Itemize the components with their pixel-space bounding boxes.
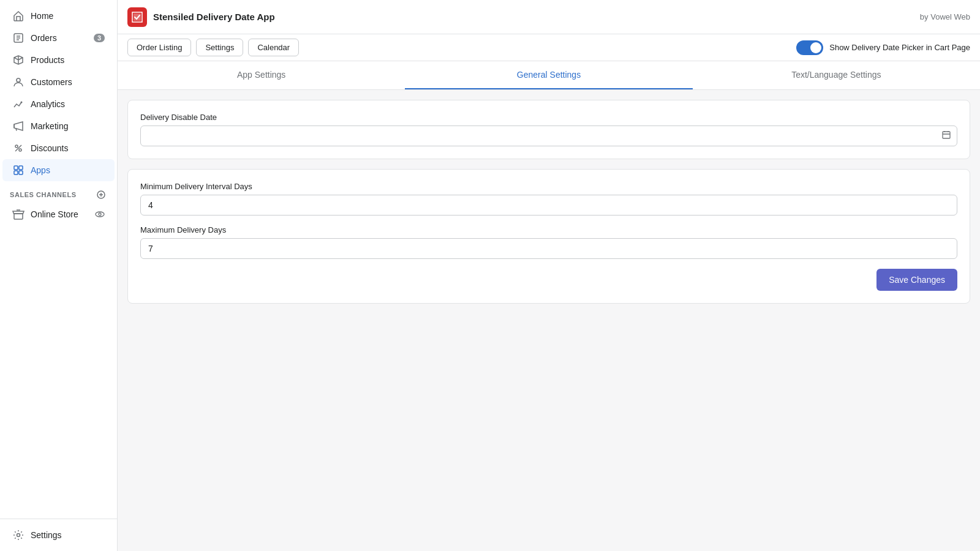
svg-rect-6 xyxy=(19,166,23,170)
sidebar-item-products[interactable]: Products xyxy=(2,49,115,71)
min-interval-label: Minimum Delivery Interval Days xyxy=(140,182,957,191)
sidebar-item-settings-label: Settings xyxy=(31,530,62,540)
max-days-section: Maximum Delivery Days xyxy=(140,225,957,259)
delivery-disable-date-label: Delivery Disable Date xyxy=(140,113,957,122)
svg-point-11 xyxy=(99,213,101,216)
sidebar-bottom: Settings xyxy=(0,519,117,551)
toggle-wrapper: Show Delivery Date Picker in Cart Page xyxy=(796,40,970,55)
customers-icon xyxy=(12,76,24,88)
save-changes-button[interactable]: Save Changes xyxy=(876,269,957,291)
app-credit: by Vowel Web xyxy=(920,12,970,21)
sidebar-nav: Home Orders 3 Products xyxy=(0,0,117,519)
sidebar-item-apps[interactable]: Apps xyxy=(2,159,115,181)
eye-icon[interactable] xyxy=(95,209,105,219)
marketing-icon xyxy=(12,120,24,132)
add-sales-channel-button[interactable] xyxy=(95,189,107,201)
min-interval-section: Minimum Delivery Interval Days xyxy=(140,182,957,216)
svg-rect-8 xyxy=(19,171,23,174)
tab-general-settings[interactable]: General Settings xyxy=(405,61,692,89)
delivery-disable-date-input[interactable] xyxy=(140,126,957,146)
toggle-knob xyxy=(810,42,821,53)
sidebar-item-home[interactable]: Home xyxy=(2,5,115,27)
sidebar-item-customers-label: Customers xyxy=(31,77,72,87)
delivery-interval-card: Minimum Delivery Interval Days Maximum D… xyxy=(127,169,970,304)
app-header: Stensiled Delivery Date App by Vowel Web xyxy=(118,0,980,34)
sidebar-item-marketing[interactable]: Marketing xyxy=(2,115,115,137)
sidebar-item-discounts-label: Discounts xyxy=(31,143,68,153)
svg-point-10 xyxy=(96,212,104,217)
discounts-icon xyxy=(12,142,24,154)
sidebar-item-analytics[interactable]: Analytics xyxy=(2,93,115,115)
tab-app-settings[interactable]: App Settings xyxy=(118,61,405,89)
sidebar-item-apps-label: Apps xyxy=(31,165,50,175)
delivery-disable-date-card: Delivery Disable Date xyxy=(127,100,970,159)
sidebar-item-analytics-label: Analytics xyxy=(31,99,65,109)
home-icon xyxy=(12,10,24,22)
orders-icon xyxy=(12,32,24,44)
svg-point-3 xyxy=(15,145,18,148)
svg-rect-5 xyxy=(14,166,18,170)
tab-calendar[interactable]: Calendar xyxy=(248,39,299,56)
app-title: Stensiled Delivery Date App xyxy=(153,12,275,22)
sidebar-item-settings[interactable]: Settings xyxy=(2,524,115,546)
sidebar-item-products-label: Products xyxy=(31,55,64,65)
min-interval-input[interactable] xyxy=(140,195,957,216)
sidebar-item-orders-label: Orders xyxy=(31,33,57,43)
products-icon xyxy=(12,54,24,66)
sidebar-item-marketing-label: Marketing xyxy=(31,121,68,131)
settings-icon xyxy=(12,529,24,541)
max-days-input[interactable] xyxy=(140,238,957,259)
app-header-left: Stensiled Delivery Date App xyxy=(127,7,275,27)
analytics-icon xyxy=(12,98,24,110)
store-icon xyxy=(12,208,24,220)
show-delivery-date-toggle[interactable] xyxy=(796,40,823,55)
content-tabs: App Settings General Settings Text/Langu… xyxy=(118,61,980,90)
sales-channels-section: SALES CHANNELS xyxy=(0,181,117,203)
sales-channels-label: SALES CHANNELS xyxy=(10,191,77,198)
calendar-icon[interactable] xyxy=(941,130,951,142)
tab-text-language-settings[interactable]: Text/Language Settings xyxy=(693,61,980,89)
tab-settings[interactable]: Settings xyxy=(196,39,243,56)
main-content: Stensiled Delivery Date App by Vowel Web… xyxy=(118,0,980,551)
svg-point-4 xyxy=(19,149,21,151)
orders-badge: 3 xyxy=(94,34,105,42)
svg-rect-7 xyxy=(14,171,18,174)
sidebar-item-customers[interactable]: Customers xyxy=(2,71,115,93)
app-logo xyxy=(127,7,147,27)
tab-bar: Order Listing Settings Calendar Show Del… xyxy=(118,34,980,61)
tab-order-listing[interactable]: Order Listing xyxy=(127,39,191,56)
sidebar: Home Orders 3 Products xyxy=(0,0,118,551)
svg-point-2 xyxy=(21,102,23,103)
svg-point-12 xyxy=(17,534,20,537)
content-area: Delivery Disable Date Minimum Delivery I… xyxy=(118,90,980,551)
delivery-disable-date-section: Delivery Disable Date xyxy=(140,113,957,146)
sidebar-item-online-store[interactable]: Online Store xyxy=(2,203,115,225)
svg-point-1 xyxy=(17,78,20,82)
apps-icon xyxy=(12,164,24,176)
toggle-label: Show Delivery Date Picker in Cart Page xyxy=(829,43,970,52)
sidebar-item-orders[interactable]: Orders 3 xyxy=(2,27,115,49)
svg-rect-13 xyxy=(943,132,950,138)
max-days-label: Maximum Delivery Days xyxy=(140,225,957,234)
save-row: Save Changes xyxy=(140,269,957,291)
delivery-disable-date-wrapper xyxy=(140,126,957,146)
sidebar-item-home-label: Home xyxy=(31,11,53,21)
sidebar-item-online-store-label: Online Store xyxy=(31,209,78,219)
sidebar-item-discounts[interactable]: Discounts xyxy=(2,137,115,159)
